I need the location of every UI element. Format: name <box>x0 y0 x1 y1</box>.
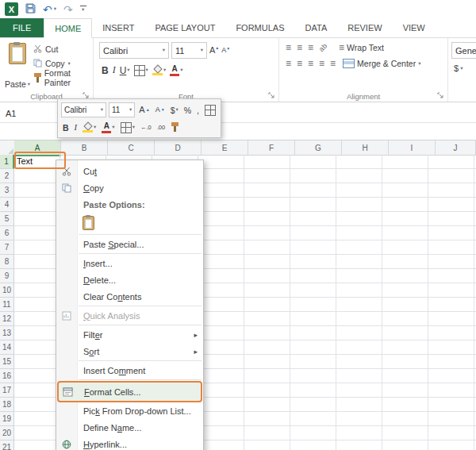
align-right-icon[interactable]: ≡ <box>308 59 313 68</box>
menu-item-copy[interactable]: Copy <box>56 179 203 196</box>
row-header-15[interactable]: 15 <box>0 355 14 369</box>
font-size-combo[interactable]: 11 ▾ <box>171 42 207 59</box>
orientation-icon[interactable]: ab <box>317 42 328 53</box>
column-header-e[interactable]: E <box>202 140 248 156</box>
number-format-combo[interactable]: Gener <box>451 42 476 59</box>
tab-data[interactable]: DATA <box>295 18 338 37</box>
row-header-17[interactable]: 17 <box>0 383 14 398</box>
row-header-1[interactable]: 1 <box>0 155 14 169</box>
undo-button[interactable]: ↶ ▾ <box>43 4 56 15</box>
row-header-11[interactable]: 11 <box>0 298 14 312</box>
column-header-g[interactable]: G <box>295 140 342 156</box>
mini-percent-button[interactable]: % <box>182 103 193 117</box>
mini-increase-decimal-button[interactable]: ←.0 <box>139 121 153 134</box>
mini-decrease-font-button[interactable]: A ▼ <box>154 103 167 117</box>
tab-review[interactable]: REVIEW <box>337 18 392 37</box>
mini-fill-color-button[interactable]: ▾ <box>81 121 98 134</box>
decrease-indent-icon[interactable]: ≡ <box>319 59 324 68</box>
mini-comma-button[interactable]: , <box>195 103 201 117</box>
cut-button[interactable]: Cut <box>33 42 93 56</box>
menu-item-filter[interactable]: Filter ▸ <box>56 326 203 343</box>
tab-page-layout[interactable]: PAGE LAYOUT <box>144 18 225 37</box>
mini-bold-button[interactable]: B <box>61 121 71 134</box>
row-header-5[interactable]: 5 <box>0 212 14 226</box>
fill-color-button[interactable]: ▾ <box>152 65 166 75</box>
align-center-icon[interactable]: ≡ <box>297 59 302 68</box>
dropdown-arrow-icon[interactable]: ▾ <box>54 6 56 12</box>
excel-logo-icon[interactable]: X <box>5 2 18 16</box>
menu-item-cut[interactable]: Cut <box>56 163 203 179</box>
column-header-c[interactable]: C <box>108 140 155 156</box>
row-header-12[interactable]: 12 <box>0 312 14 326</box>
column-header-i[interactable]: I <box>389 140 436 156</box>
mini-table-format-button[interactable] <box>203 103 217 117</box>
bold-button[interactable]: B <box>102 65 109 76</box>
font-color-button[interactable]: A ▾ <box>170 65 182 76</box>
tab-insert[interactable]: INSERT <box>92 18 144 37</box>
row-header-9[interactable]: 9 <box>0 269 14 283</box>
redo-button[interactable]: ↷ <box>63 4 73 15</box>
increase-font-button[interactable]: A ▲ <box>209 46 219 55</box>
menu-item-pick-from-list[interactable]: Pick From Drop-down List... <box>56 402 203 419</box>
align-left-icon[interactable]: ≡ <box>286 59 291 68</box>
paste-option-button[interactable] <box>56 213 203 233</box>
menu-item-sort[interactable]: Sort ▸ <box>56 343 203 360</box>
menu-item-hyperlink[interactable]: Hyperlink... <box>56 436 203 450</box>
column-header-j[interactable]: J <box>436 140 476 156</box>
row-header-8[interactable]: 8 <box>0 255 14 269</box>
row-header-3[interactable]: 3 <box>0 183 14 198</box>
menu-item-define-name[interactable]: Define Name... <box>56 419 203 436</box>
row-header-19[interactable]: 19 <box>0 412 14 426</box>
menu-item-delete[interactable]: Delete... <box>56 271 203 288</box>
borders-button[interactable]: ▾ <box>134 65 148 76</box>
tab-formulas[interactable]: FORMULAS <box>225 18 294 37</box>
alignment-dialog-launcher-icon[interactable] <box>437 91 445 99</box>
paste-button[interactable]: Paste ▾ <box>3 41 32 90</box>
column-header-b[interactable]: B <box>61 140 108 156</box>
save-icon[interactable] <box>25 3 36 15</box>
menu-item-insert-comment[interactable]: Insert Comment <box>56 362 203 379</box>
font-name-combo[interactable]: Calibri ▾ <box>99 42 169 59</box>
row-header-14[interactable]: 14 <box>0 340 14 355</box>
row-header-18[interactable]: 18 <box>0 398 14 412</box>
align-top-icon[interactable]: ≡ <box>286 43 291 52</box>
currency-button[interactable]: $ ▾ <box>454 63 463 73</box>
increase-indent-icon[interactable]: ≡ <box>330 59 336 68</box>
customize-qat-button[interactable]: ▾ <box>80 6 86 13</box>
column-header-h[interactable]: H <box>342 140 389 156</box>
align-bottom-icon[interactable]: ≡ <box>308 43 313 52</box>
tab-home[interactable]: HOME <box>44 18 92 38</box>
row-header-20[interactable]: 20 <box>0 426 14 440</box>
mini-increase-font-button[interactable]: A ▲ <box>137 103 151 117</box>
mini-currency-button[interactable]: $ ▾ <box>169 103 180 117</box>
merge-center-button[interactable]: Merge & Center ▾ <box>343 59 420 68</box>
mini-font-name-combo[interactable]: Calibri ▾ <box>61 102 106 117</box>
align-middle-icon[interactable]: ≡ <box>297 43 302 52</box>
wrap-text-button[interactable]: ≡ Wrap Text <box>339 43 384 52</box>
tab-view[interactable]: VIEW <box>393 18 436 37</box>
row-header-21[interactable]: 21 <box>0 440 14 450</box>
row-header-16[interactable]: 16 <box>0 369 14 383</box>
mini-font-color-button[interactable]: A ▾ <box>100 121 116 134</box>
menu-item-clear-contents[interactable]: Clear Contents <box>56 288 203 305</box>
decrease-font-button[interactable]: A ▼ <box>221 47 230 54</box>
mini-font-size-combo[interactable]: 11 ▾ <box>109 102 135 117</box>
row-header-13[interactable]: 13 <box>0 326 14 340</box>
menu-item-paste-special[interactable]: Paste Special... <box>56 236 203 252</box>
name-box[interactable]: A1 ▾ <box>0 105 65 123</box>
menu-item-format-cells[interactable]: Format Cells... <box>57 381 202 402</box>
column-header-f[interactable]: F <box>248 140 295 156</box>
font-dialog-launcher-icon[interactable] <box>268 91 276 99</box>
row-header-4[interactable]: 4 <box>0 198 14 212</box>
format-painter-button[interactable]: Format Painter <box>33 71 93 85</box>
select-all-corner[interactable] <box>0 140 15 156</box>
mini-borders-button[interactable]: ▾ <box>119 121 136 134</box>
mini-format-painter-button[interactable] <box>169 121 181 134</box>
underline-button[interactable]: U ▾ <box>120 65 130 76</box>
tab-file[interactable]: FILE <box>0 18 44 37</box>
mini-decrease-decimal-button[interactable]: .00 <box>155 121 167 134</box>
row-header-2[interactable]: 2 <box>0 169 14 183</box>
column-header-d[interactable]: D <box>155 140 202 156</box>
row-header-6[interactable]: 6 <box>0 226 14 240</box>
row-header-7[interactable]: 7 <box>0 240 14 255</box>
